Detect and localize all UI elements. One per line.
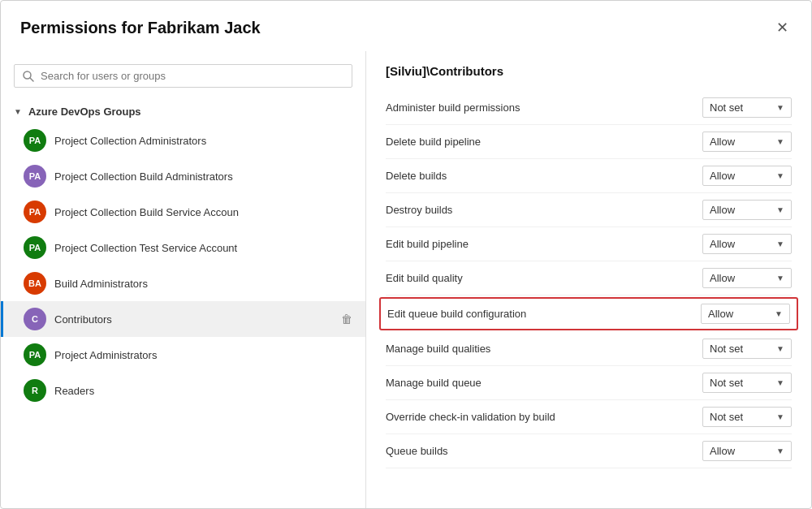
perm-label: Manage build queue (386, 377, 702, 389)
perm-label: Manage build qualities (386, 343, 702, 355)
perm-select[interactable]: Allow▼ (702, 200, 792, 220)
perm-row: Destroy buildsAllow▼ (386, 193, 792, 227)
perm-select-chevron-icon: ▼ (776, 205, 784, 214)
search-input[interactable] (41, 70, 343, 82)
avatar: PA (24, 236, 46, 259)
group-section-header[interactable]: ▼ Azure DevOps Groups (1, 101, 365, 123)
group-item[interactable]: PAProject Administrators (1, 337, 365, 373)
perm-select-value: Allow (708, 308, 768, 320)
perm-select[interactable]: Not set▼ (702, 339, 792, 359)
perm-label: Edit queue build configuration (387, 308, 701, 320)
perm-label: Delete builds (386, 170, 702, 182)
perm-select-value: Allow (710, 272, 770, 284)
perm-select[interactable]: Allow▼ (702, 132, 792, 152)
group-item[interactable]: PAProject Collection Test Service Accoun… (1, 230, 365, 265)
group-item[interactable]: PAProject Collection Build Service Accou… (1, 194, 365, 230)
perm-select-chevron-icon: ▼ (776, 103, 784, 112)
permissions-modal: Permissions for Fabrikam Jack ✕ ▼ Azure … (0, 0, 812, 509)
perm-select-chevron-icon: ▼ (776, 137, 784, 146)
perm-select-chevron-icon: ▼ (776, 344, 784, 353)
perm-row: Override check-in validation by buildNot… (386, 400, 792, 434)
expand-chevron: ▼ (14, 107, 22, 116)
perm-label: Override check-in validation by build (386, 411, 702, 423)
group-name: Readers (54, 385, 352, 397)
perm-select-value: Not set (710, 343, 770, 355)
avatar: BA (24, 272, 46, 295)
avatar: PA (24, 165, 46, 188)
close-button[interactable]: ✕ (773, 17, 792, 38)
perm-row: Manage build qualitiesNot set▼ (386, 332, 792, 366)
perm-select-value: Not set (710, 377, 770, 389)
group-name: Project Collection Build Administrators (54, 170, 352, 183)
perm-select-chevron-icon: ▼ (776, 446, 784, 455)
perm-select[interactable]: Allow▼ (702, 441, 792, 461)
perm-select-chevron-icon: ▼ (775, 309, 783, 318)
perm-select[interactable]: Allow▼ (701, 304, 790, 324)
group-item[interactable]: PAProject Collection Build Administrator… (1, 158, 365, 194)
group-section-label: Azure DevOps Groups (28, 106, 141, 118)
perm-select[interactable]: Not set▼ (702, 97, 792, 118)
group-item[interactable]: RReaders (1, 373, 365, 408)
group-item[interactable]: CContributors🗑 (1, 301, 365, 337)
perm-row: Delete build pipelineAllow▼ (386, 125, 792, 159)
perm-select[interactable]: Allow▼ (702, 234, 792, 254)
delete-group-icon[interactable]: 🗑 (341, 313, 352, 326)
perm-select-value: Allow (710, 136, 770, 148)
perm-select-chevron-icon: ▼ (776, 378, 784, 387)
perm-row: Manage build queueNot set▼ (386, 366, 792, 400)
perm-label: Queue builds (386, 445, 702, 457)
perm-select[interactable]: Not set▼ (702, 407, 792, 427)
perm-select-chevron-icon: ▼ (776, 171, 784, 180)
perm-label: Administer build permissions (386, 101, 702, 114)
avatar: PA (24, 129, 46, 152)
perm-select-chevron-icon: ▼ (776, 239, 784, 248)
modal-body: ▼ Azure DevOps Groups PAProject Collecti… (1, 51, 811, 508)
perm-row: Queue buildsAllow▼ (386, 434, 792, 468)
svg-line-1 (30, 78, 33, 81)
group-name: Project Collection Build Service Accoun (54, 206, 352, 218)
perm-group-title: [Silviu]\Contributors (386, 64, 792, 78)
perm-label: Delete build pipeline (386, 136, 702, 148)
right-panel: [Silviu]\Contributors Administer build p… (366, 51, 811, 508)
search-icon (23, 71, 34, 82)
perm-row: Delete buildsAllow▼ (386, 159, 792, 193)
perm-select-value: Allow (710, 238, 770, 250)
avatar: PA (24, 343, 46, 366)
avatar: C (24, 308, 46, 330)
group-name: Contributors (54, 313, 333, 326)
perm-select[interactable]: Allow▼ (702, 166, 792, 186)
avatar: PA (24, 201, 46, 223)
perm-select[interactable]: Allow▼ (702, 268, 792, 288)
perm-select[interactable]: Not set▼ (702, 373, 792, 393)
group-item[interactable]: BABuild Administrators (1, 265, 365, 301)
perm-select-value: Allow (710, 204, 770, 216)
modal-header: Permissions for Fabrikam Jack ✕ (1, 1, 811, 51)
group-item[interactable]: PAProject Collection Administrators (1, 123, 365, 158)
group-section: ▼ Azure DevOps Groups PAProject Collecti… (1, 101, 365, 408)
group-name: Project Administrators (54, 349, 352, 361)
perm-row: Edit build pipelineAllow▼ (386, 227, 792, 261)
perm-row: Administer build permissionsNot set▼ (386, 91, 792, 125)
group-name: Build Administrators (54, 278, 352, 290)
perm-row: Edit build qualityAllow▼ (386, 261, 792, 295)
perm-label: Destroy builds (386, 204, 702, 216)
group-name: Project Collection Administrators (54, 135, 352, 147)
perm-select-value: Not set (710, 411, 770, 423)
search-box[interactable] (14, 64, 352, 88)
perm-list: Administer build permissionsNot set▼Dele… (386, 91, 792, 468)
perm-select-chevron-icon: ▼ (776, 412, 784, 421)
left-panel: ▼ Azure DevOps Groups PAProject Collecti… (1, 51, 366, 508)
perm-select-chevron-icon: ▼ (776, 274, 784, 283)
perm-label: Edit build pipeline (386, 238, 702, 250)
perm-row: Edit queue build configurationAllow▼ (379, 297, 798, 330)
perm-select-value: Allow (710, 170, 770, 182)
group-list: PAProject Collection AdministratorsPAPro… (1, 123, 365, 408)
perm-select-value: Allow (710, 445, 770, 457)
group-name: Project Collection Test Service Account (54, 242, 352, 254)
avatar: R (24, 379, 46, 402)
perm-label: Edit build quality (386, 272, 702, 284)
modal-title: Permissions for Fabrikam Jack (20, 19, 261, 37)
perm-select-value: Not set (710, 101, 770, 114)
